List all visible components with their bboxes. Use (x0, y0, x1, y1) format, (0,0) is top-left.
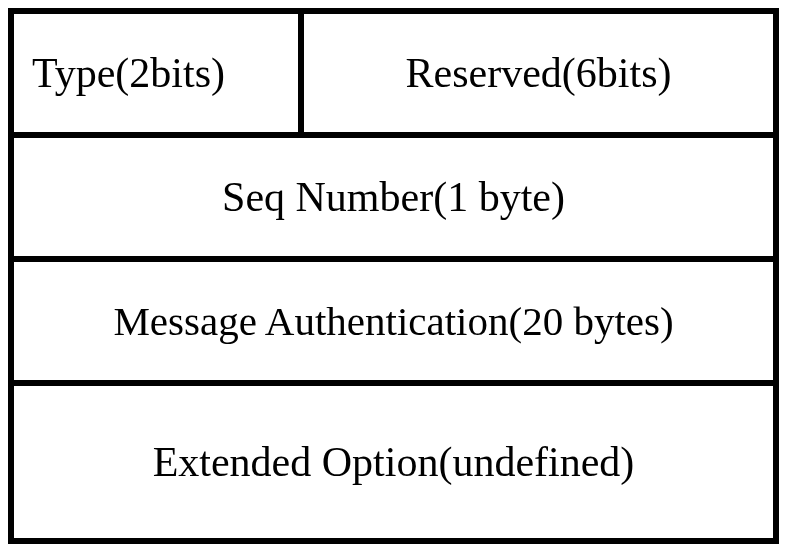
packet-row-2: Message Authentication(20 bytes) (11, 259, 776, 383)
packet-row-3: Extended Option(undefined) (11, 383, 776, 541)
field-message-authentication: Message Authentication(20 bytes) (11, 259, 776, 383)
packet-row-0: Type(2bits) Reserved(6bits) (11, 11, 776, 135)
field-seq-number: Seq Number(1 byte) (11, 135, 776, 259)
packet-structure-diagram: Type(2bits) Reserved(6bits) Seq Number(1… (8, 8, 779, 544)
field-reserved: Reserved(6bits) (301, 11, 776, 135)
packet-row-1: Seq Number(1 byte) (11, 135, 776, 259)
field-extended-option: Extended Option(undefined) (11, 383, 776, 541)
field-type: Type(2bits) (11, 11, 301, 135)
